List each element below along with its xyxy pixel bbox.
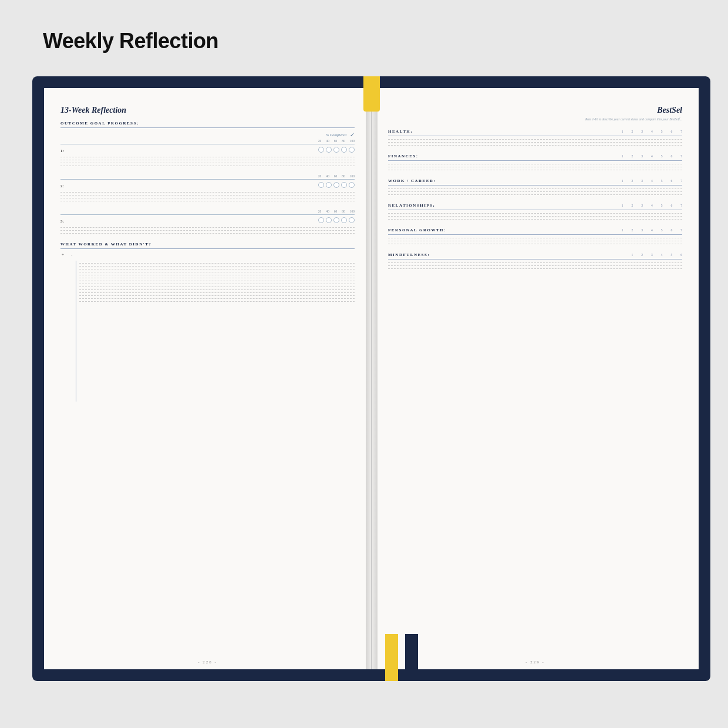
dashed-line xyxy=(388,142,682,143)
mindfulness-header: MINDFULNESS: 1 2 3 4 5 6 xyxy=(388,252,682,259)
circle xyxy=(333,182,339,188)
dashed-line xyxy=(60,192,355,193)
completed-label-1: % Completed xyxy=(326,133,346,137)
dashed-line xyxy=(79,278,355,278)
left-page: 13-Week Reflection OUTCOME GOAL PROGRESS… xyxy=(44,88,372,669)
dashed-line xyxy=(79,292,355,293)
circle xyxy=(341,182,347,188)
pm-labels: + - xyxy=(62,252,355,257)
book-container: 13-Week Reflection OUTCOME GOAL PROGRESS… xyxy=(32,76,710,681)
page-title: Weekly Reflection xyxy=(43,29,218,53)
dashed-line xyxy=(79,269,355,269)
circles-1 xyxy=(318,147,355,153)
what-worked-columns xyxy=(60,261,355,402)
finances-section: FINANCES: 1 2 3 4 5 6 7 xyxy=(388,154,682,170)
goal-3-number: 3: xyxy=(60,219,68,224)
relationships-header: RELATIONSHIPS: 1 2 3 4 5 6 7 xyxy=(388,203,682,210)
circle xyxy=(326,217,332,223)
dashed-line xyxy=(79,295,355,296)
dashed-line xyxy=(79,263,355,264)
left-section-title: 13-Week Reflection xyxy=(60,106,355,115)
dashed-line xyxy=(388,265,682,266)
dashed-line xyxy=(388,262,682,263)
dashed-line xyxy=(388,216,682,217)
mindfulness-label: MINDFULNESS: xyxy=(388,252,447,257)
dashed-line xyxy=(79,266,355,267)
left-page-number: - 228 - xyxy=(198,660,217,665)
circle xyxy=(326,182,332,188)
goal-1-block: 1: xyxy=(60,144,355,166)
dashed-line xyxy=(60,157,355,157)
relationships-label: RELATIONSHIPS: xyxy=(388,203,447,208)
dashed-line xyxy=(388,268,682,269)
bookmark-top xyxy=(363,76,380,112)
dashed-line xyxy=(388,219,682,220)
dashed-line xyxy=(60,163,355,163)
dashed-line xyxy=(60,195,355,196)
health-header: HEALTH: 1 2 3 4 5 6 7 xyxy=(388,129,682,136)
right-page-number: - 229 - xyxy=(525,660,545,665)
dashed-line xyxy=(60,198,355,198)
circle xyxy=(318,147,324,153)
progress-numbers-2: 20 40 60 80 100 xyxy=(60,174,355,178)
dashed-line xyxy=(388,241,682,241)
dashed-line xyxy=(388,191,682,192)
health-ratings: 1 2 3 4 5 6 7 xyxy=(622,130,682,133)
work-ratings: 1 2 3 4 5 6 7 xyxy=(622,179,682,183)
goal-1-header: % Completed ✓ xyxy=(60,132,355,138)
circle xyxy=(333,147,339,153)
plus-label: + xyxy=(62,252,64,257)
goal-3-section: 20 40 60 80 100 3: xyxy=(60,210,355,234)
personal-growth-ratings: 1 2 3 4 5 6 7 xyxy=(622,228,682,232)
dashed-line xyxy=(60,230,355,231)
bookmark-bottom xyxy=(405,634,418,681)
what-worked-section: WHAT WORKED & WHAT DIDN'T? + - xyxy=(60,242,355,402)
dashed-line xyxy=(388,244,682,244)
dashed-line xyxy=(79,272,355,272)
personal-growth-section: PERSONAL GROWTH: 1 2 3 4 5 6 7 xyxy=(388,228,682,244)
relationships-section: RELATIONSHIPS: 1 2 3 4 5 6 7 xyxy=(388,203,682,220)
checkmark-1: ✓ xyxy=(350,132,355,138)
circle xyxy=(349,147,355,153)
personal-growth-label: PERSONAL GROWTH: xyxy=(388,228,447,232)
goal-2-block: 2: xyxy=(60,179,355,201)
work-header: WORK / CAREER: 1 2 3 4 5 6 7 xyxy=(388,178,682,186)
dashed-line xyxy=(60,233,355,234)
dashed-line xyxy=(60,201,355,201)
book-pages: 13-Week Reflection OUTCOME GOAL PROGRESS… xyxy=(44,88,699,669)
progress-numbers-3: 20 40 60 80 100 xyxy=(60,210,355,213)
dashed-line xyxy=(388,145,682,146)
mindfulness-ratings: 1 2 3 4 5 6 xyxy=(632,253,683,257)
circle xyxy=(326,147,332,153)
circles-2 xyxy=(318,182,355,188)
progress-numbers-1: 20 40 60 80 100 xyxy=(60,139,355,143)
column-divider xyxy=(76,261,76,402)
goal-1-number: 1: xyxy=(60,149,68,153)
goal-2-section: 20 40 60 80 100 2: xyxy=(60,174,355,201)
dashed-line xyxy=(79,298,355,299)
circles-3 xyxy=(318,217,355,223)
circle xyxy=(318,217,324,223)
right-subtitle: Rate 1-10 to describe your current statu… xyxy=(388,117,682,121)
circle xyxy=(349,182,355,188)
right-title: BestSel xyxy=(388,106,682,115)
personal-growth-header: PERSONAL GROWTH: 1 2 3 4 5 6 7 xyxy=(388,228,682,235)
circle xyxy=(341,217,347,223)
dashed-line xyxy=(388,213,682,214)
outcome-label: OUTCOME GOAL PROGRESS: xyxy=(60,121,355,128)
circle xyxy=(341,147,347,153)
circle xyxy=(333,217,339,223)
dashed-line xyxy=(60,160,355,160)
dashed-line xyxy=(388,238,682,238)
dashed-line xyxy=(79,287,355,287)
dashed-line xyxy=(79,289,355,290)
right-page: BestSel Rate 1-10 to describe your curre… xyxy=(372,88,699,669)
relationships-ratings: 1 2 3 4 5 6 7 xyxy=(622,204,682,207)
goal-2-number: 2: xyxy=(60,184,68,188)
finances-header: FINANCES: 1 2 3 4 5 6 7 xyxy=(388,154,682,161)
dashed-line xyxy=(60,166,355,166)
dashed-line xyxy=(60,227,355,228)
circle xyxy=(318,182,324,188)
dashed-line xyxy=(79,281,355,281)
bookmark-bottom-yellow xyxy=(385,634,398,681)
